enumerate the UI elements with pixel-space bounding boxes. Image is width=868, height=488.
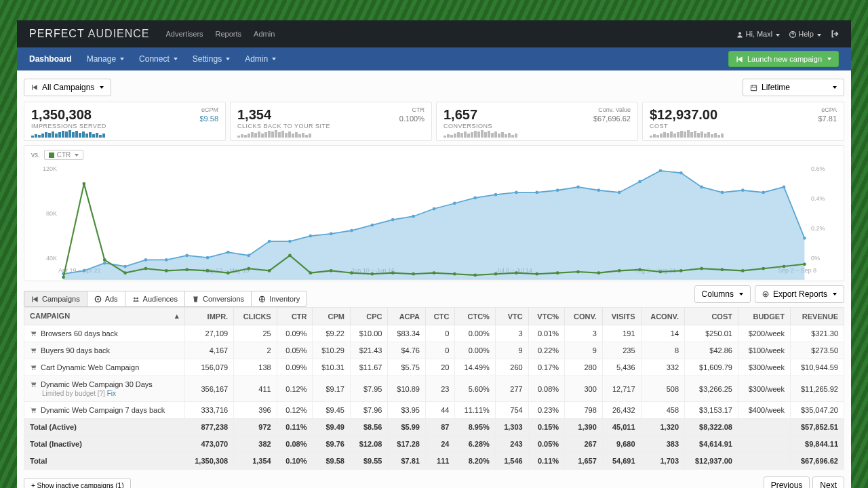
col-campaign[interactable]: CAMPAIGN ▴ xyxy=(24,308,185,325)
content: All Campaigns Lifetime 1,350,308 IMPRESS… xyxy=(17,70,851,488)
columns-button[interactable]: Columns xyxy=(694,285,751,303)
svg-point-75 xyxy=(762,267,765,270)
nav-settings[interactable]: Settings xyxy=(193,54,230,64)
svg-point-47 xyxy=(185,268,189,271)
stat-card-3: $12,937.00 COST eCPA $7.81 xyxy=(642,102,844,141)
svg-point-28 xyxy=(556,188,559,192)
svg-point-86 xyxy=(32,352,33,353)
col-cpm[interactable]: CPM xyxy=(313,308,351,325)
svg-point-52 xyxy=(288,254,292,258)
svg-point-22 xyxy=(433,207,436,211)
svg-point-11 xyxy=(206,256,210,260)
stat-cards: 1,350,308 IMPRESSIONS SERVED eCPM $9.58 … xyxy=(24,102,844,141)
svg-point-45 xyxy=(144,267,148,270)
tab-audiences[interactable]: Audiences xyxy=(125,291,184,307)
svg-point-31 xyxy=(618,191,621,195)
nav-connect[interactable]: Connect xyxy=(139,54,178,64)
svg-point-21 xyxy=(412,215,415,218)
col-aconv[interactable]: ACONV. xyxy=(641,308,684,325)
user-menu[interactable]: Hi, Maxl xyxy=(736,30,780,38)
col-impr[interactable]: IMPR. xyxy=(184,308,233,325)
svg-point-70 xyxy=(659,270,663,274)
show-inactive-button[interactable]: + Show inactive campaigns (1) xyxy=(24,478,131,489)
svg-point-40 xyxy=(803,237,806,240)
col-ctc[interactable]: CTC% xyxy=(455,308,496,325)
col-budget[interactable]: BUDGET xyxy=(738,308,790,325)
tab-inventory[interactable]: Inventory xyxy=(251,291,307,307)
svg-point-25 xyxy=(494,193,498,197)
col-cpc[interactable]: CPC xyxy=(350,308,388,325)
svg-point-59 xyxy=(433,271,436,274)
vs-label: vs. xyxy=(31,151,40,159)
tab-campaigns[interactable]: Campaigns xyxy=(24,291,87,307)
svg-point-51 xyxy=(268,269,271,272)
top-link-reports[interactable]: Reports xyxy=(216,30,242,38)
svg-point-72 xyxy=(700,267,703,270)
svg-point-37 xyxy=(741,188,745,192)
col-acpa[interactable]: ACPA xyxy=(388,308,426,325)
svg-point-91 xyxy=(35,386,36,387)
svg-point-50 xyxy=(247,267,250,270)
svg-point-85 xyxy=(35,335,36,336)
table-row[interactable]: Dynamic Web Campaign 30 DaysLimited by b… xyxy=(24,376,844,402)
stat-metric-value: $9.58 xyxy=(199,115,218,123)
col-cost[interactable]: COST xyxy=(685,308,738,325)
stat-metric-value: $7.81 xyxy=(818,115,837,123)
svg-point-44 xyxy=(123,271,127,274)
svg-point-69 xyxy=(638,268,642,271)
col-conv[interactable]: CONV. xyxy=(565,308,603,325)
svg-point-87 xyxy=(35,352,36,353)
top-link-admin[interactable]: Admin xyxy=(254,30,275,38)
table-row[interactable]: Cart Dynamic Web Campaign156,0791380.09%… xyxy=(24,359,844,376)
help-menu[interactable]: Help xyxy=(789,30,821,38)
brand[interactable]: PERFECT AUDIENCE xyxy=(29,28,150,40)
svg-point-88 xyxy=(32,369,33,370)
nav-dashboard[interactable]: Dashboard xyxy=(29,54,72,64)
col-revenue[interactable]: REVENUE xyxy=(790,308,844,325)
top-link-advertisers[interactable]: Advertisers xyxy=(166,30,203,38)
svg-point-77 xyxy=(803,262,806,266)
svg-point-63 xyxy=(515,271,518,274)
svg-point-18 xyxy=(350,229,353,232)
col-clicks[interactable]: CLICKS xyxy=(234,308,277,325)
nav-admin[interactable]: Admin xyxy=(245,54,276,64)
stat-metric-label: Conv. Value xyxy=(598,106,631,113)
campaigns-table: CAMPAIGN ▴IMPR.CLICKSCTRCPMCPCACPACTCCTC… xyxy=(24,307,844,470)
export-button[interactable]: Export Reports xyxy=(755,285,844,303)
svg-point-48 xyxy=(206,269,210,272)
nav-manage[interactable]: Manage xyxy=(87,54,124,64)
fix-link[interactable]: Fix xyxy=(107,390,116,397)
table-row[interactable]: Browsers 60 days back27,109250.09%$9.22$… xyxy=(24,325,844,342)
stat-card-0: 1,350,308 IMPRESSIONS SERVED eCPM $9.58 xyxy=(24,102,226,141)
svg-point-5 xyxy=(82,269,85,272)
vs-metric-selector[interactable]: CTR xyxy=(44,150,84,160)
total-row: Total (Active)877,2389720.11%$9.49$8.56$… xyxy=(24,419,844,436)
next-button[interactable]: Next xyxy=(812,476,844,488)
tab-ads[interactable]: Ads xyxy=(87,291,125,307)
col-ctc[interactable]: CTC xyxy=(425,308,454,325)
logout-icon[interactable] xyxy=(831,30,839,38)
col-ctr[interactable]: CTR xyxy=(277,308,313,325)
svg-point-64 xyxy=(535,272,538,276)
table-row[interactable]: Buyers 90 days back4,16720.05%$10.29$21.… xyxy=(24,342,844,359)
svg-point-89 xyxy=(35,369,36,370)
tab-conversions[interactable]: Conversions xyxy=(184,291,251,307)
col-vtc[interactable]: VTC xyxy=(495,308,528,325)
stat-card-1: 1,354 CLICKS BACK TO YOUR SITE CTR 0.100… xyxy=(230,102,432,141)
launch-campaign-button[interactable]: Launch new campaign xyxy=(728,51,839,67)
campaign-filter[interactable]: All Campaigns xyxy=(24,79,111,96)
svg-point-19 xyxy=(371,224,374,227)
prev-button[interactable]: Previous xyxy=(764,476,810,488)
stat-value: 1,350,308 xyxy=(31,108,218,121)
svg-point-12 xyxy=(226,251,230,254)
svg-point-23 xyxy=(453,202,456,205)
table-row[interactable]: Dynamic Web Campaign 7 days back333,7163… xyxy=(24,402,844,419)
svg-point-13 xyxy=(247,254,250,258)
total-row: Total1,350,3081,3540.10%$9.58$9.55$7.811… xyxy=(24,453,844,470)
svg-point-42 xyxy=(82,182,85,186)
col-visits[interactable]: VISITS xyxy=(602,308,641,325)
col-vtc[interactable]: VTC% xyxy=(528,308,564,325)
main-chart[interactable]: 120K80K40K 0.6%0.4%0.2%0% xyxy=(31,163,837,264)
svg-point-80 xyxy=(134,297,136,299)
date-range-filter[interactable]: Lifetime xyxy=(743,79,844,96)
